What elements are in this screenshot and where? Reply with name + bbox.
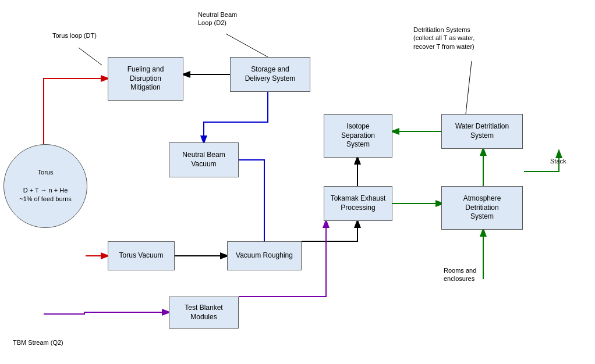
rooms-label: Rooms and enclosures xyxy=(444,266,476,283)
vacuum-roughing-box: Vacuum Roughing xyxy=(227,241,302,270)
stack-label: Stack xyxy=(550,157,566,165)
water-detrit-box: Water Detritiation System xyxy=(441,114,523,149)
torus-loop-label: Torus loop (DT) xyxy=(52,31,97,40)
neutral-beam-vacuum-label: Neutral Beam Vacuum xyxy=(182,151,225,169)
neutral-beam-vacuum-box: Neutral Beam Vacuum xyxy=(169,142,239,177)
torus-vacuum-label: Torus Vacuum xyxy=(119,251,164,260)
tokamak-box: Tokamak Exhaust Processing xyxy=(324,186,392,221)
atmosphere-detrit-box: Atmosphere Detritiation System xyxy=(441,186,523,230)
storage-box: Storage and Delivery System xyxy=(230,57,310,92)
fueling-label: Fueling and Disruption Mitigation xyxy=(128,65,164,92)
svg-line-1 xyxy=(226,34,268,57)
torus-vacuum-box: Torus Vacuum xyxy=(108,241,175,270)
tbm-stream-label: TBM Stream (Q2) xyxy=(13,338,63,347)
atmosphere-detrit-label: Atmosphere Detritiation System xyxy=(463,194,501,222)
torus-node: Torus D + T → n + He ~1% of feed burns xyxy=(3,144,87,228)
torus-label: Torus D + T → n + He ~1% of feed burns xyxy=(19,168,72,204)
water-detrit-label: Water Detritiation System xyxy=(455,122,509,140)
svg-line-0 xyxy=(79,48,102,65)
fueling-box: Fueling and Disruption Mitigation xyxy=(108,57,183,101)
storage-label: Storage and Delivery System xyxy=(245,65,296,83)
vacuum-roughing-label: Vacuum Roughing xyxy=(236,251,293,260)
tokamak-label: Tokamak Exhaust Processing xyxy=(331,194,386,212)
test-blanket-label: Test Blanket Modules xyxy=(185,304,222,322)
detritiation-label: Detritiation Systems (collect all T as w… xyxy=(413,26,474,51)
test-blanket-box: Test Blanket Modules xyxy=(169,297,239,329)
diagram: Torus D + T → n + He ~1% of feed burns F… xyxy=(0,0,595,364)
isotope-box: Isotope Separation System xyxy=(324,114,392,158)
arrows-svg xyxy=(0,0,595,364)
svg-line-2 xyxy=(466,61,472,114)
neutral-beam-loop-label: Neutral Beam Loop (D2) xyxy=(198,10,237,27)
isotope-label: Isotope Separation System xyxy=(341,122,375,149)
